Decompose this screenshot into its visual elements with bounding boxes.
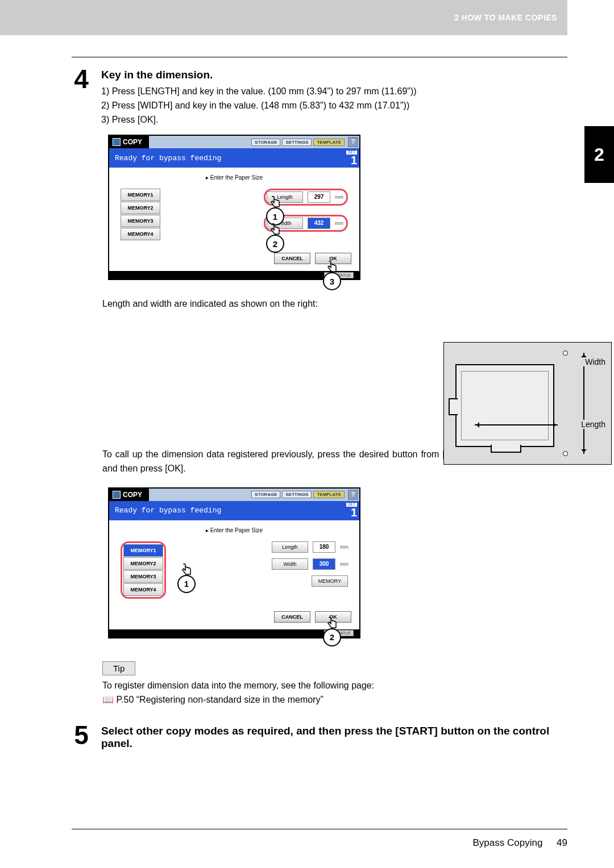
- hand-pointer-icon: [180, 564, 193, 576]
- settings-tab[interactable]: SETTINGS: [282, 491, 312, 498]
- touch-panel-b: COPY STORAGE SETTINGS TEMPLATE ? Ready f…: [108, 487, 360, 639]
- length-value[interactable]: 297: [308, 191, 330, 203]
- memory3-button[interactable]: MEMORY3: [121, 215, 160, 227]
- page-header: 2 HOW TO MAKE COPIES: [16, 0, 567, 35]
- copy-icon: [113, 138, 121, 146]
- storage-tab[interactable]: STORAGE: [251, 491, 280, 498]
- footer-section: Bypass Copying: [473, 837, 543, 848]
- header-section: 2 HOW TO MAKE COPIES: [454, 13, 557, 22]
- length-label: Length: [579, 420, 608, 429]
- step-4: 4 Key in the dimension. 1) Press [LENGTH…: [72, 68, 567, 127]
- note-length-width: Length and width are indicated as shown …: [102, 297, 567, 311]
- copy-tab[interactable]: COPY: [109, 136, 149, 148]
- cancel-button[interactable]: CANCEL: [274, 611, 310, 623]
- memory2-button[interactable]: MEMORY2: [121, 202, 160, 214]
- step-4-item-3: 3) Press [OK].: [101, 113, 567, 127]
- orientation-diagram: Width Length: [443, 342, 612, 465]
- callout-2: 2: [323, 628, 341, 646]
- status-text: Ready for bypass feeding: [115, 506, 221, 515]
- width-arrow: [565, 353, 603, 454]
- footer-page: 49: [557, 837, 567, 848]
- settings-tab[interactable]: SETTINGS: [282, 139, 312, 146]
- cancel-button[interactable]: CANCEL: [274, 253, 310, 264]
- chapter-tab: 2: [584, 126, 614, 183]
- help-button[interactable]: ?: [348, 490, 358, 500]
- hand-pointer-icon: [326, 617, 338, 629]
- memory1-button[interactable]: MEMORY1: [121, 189, 160, 201]
- top-rule: [72, 57, 567, 57]
- step-4-item-2: 2) Press [WIDTH] and key in the value. (…: [101, 99, 567, 113]
- hand-pointer-icon: [269, 196, 281, 208]
- copy-tab[interactable]: COPY: [109, 489, 149, 501]
- storage-tab[interactable]: STORAGE: [251, 139, 280, 146]
- memory4-button[interactable]: MEMORY4: [123, 583, 163, 596]
- step-5: 5 Select other copy modes as required, a…: [72, 724, 567, 753]
- template-tab[interactable]: TEMPLATE: [313, 139, 345, 146]
- step-5-title: Select other copy modes as required, and…: [101, 725, 567, 750]
- step-4-number: 4: [72, 68, 91, 91]
- hand-pointer-icon: [269, 223, 281, 236]
- length-arrow: [475, 424, 558, 425]
- width-label: Width: [583, 357, 608, 366]
- step-4-item-1: 1) Press [LENGTH] and key in the value. …: [101, 85, 567, 99]
- memory2-button[interactable]: MEMORY2: [123, 557, 163, 570]
- step-5-number: 5: [72, 724, 91, 747]
- footer: Bypass Copying 49: [473, 837, 568, 849]
- memory3-button[interactable]: MEMORY3: [123, 570, 163, 583]
- status-text: Ready for bypass feeding: [115, 154, 221, 162]
- tip-label: Tip: [102, 661, 135, 675]
- touch-panel-a: COPY STORAGE SETTINGS TEMPLATE ? Ready f…: [108, 135, 360, 280]
- memory1-button[interactable]: MEMORY1: [123, 544, 163, 557]
- length-button[interactable]: Length: [272, 541, 308, 553]
- memory4-button[interactable]: MEMORY4: [121, 228, 160, 240]
- memory-button[interactable]: MEMORY: [312, 575, 348, 587]
- width-value[interactable]: 300: [313, 558, 335, 570]
- copy-icon: [113, 491, 121, 499]
- tip-line-1: To register dimension data into the memo…: [102, 679, 567, 693]
- width-value[interactable]: 432: [308, 218, 330, 229]
- enter-label: ▸ Enter the Paper Size: [109, 525, 359, 541]
- help-button[interactable]: ?: [348, 137, 358, 147]
- footer-rule: [72, 829, 567, 829]
- hand-pointer-icon: [326, 261, 338, 273]
- callout-1: 1: [177, 575, 196, 593]
- length-value[interactable]: 180: [313, 541, 335, 553]
- tip-line-2: 📖 P.50 “Registering non-standard size in…: [102, 693, 567, 707]
- step-4-title: Key in the dimension.: [101, 69, 567, 81]
- enter-label: ▸ Enter the Paper Size: [109, 172, 359, 189]
- callout-3: 3: [323, 272, 341, 290]
- template-tab[interactable]: TEMPLATE: [313, 491, 345, 498]
- width-button[interactable]: Width: [272, 558, 308, 570]
